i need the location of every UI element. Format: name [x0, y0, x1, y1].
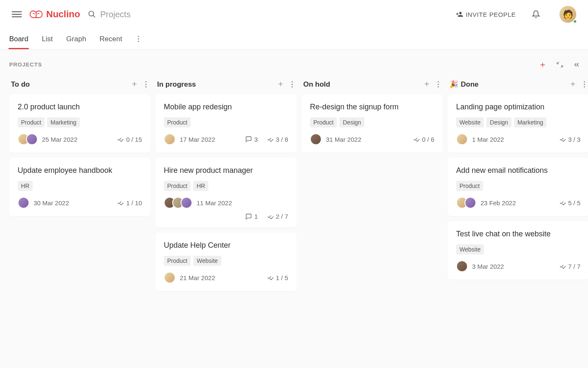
- column-menu-button[interactable]: [143, 81, 149, 87]
- card-date: 31 Mar 2022: [326, 136, 361, 143]
- card[interactable]: Test live chat on the websiteWebsite3 Ma…: [448, 221, 588, 280]
- card-tags: ProductWebsite: [164, 256, 288, 266]
- svg-point-0: [89, 11, 94, 16]
- card-meta: 0 / 15: [117, 136, 142, 143]
- topbar: Nuclino Projects INVITE PEOPLE 🧑: [0, 0, 588, 29]
- tag: HR: [18, 181, 33, 191]
- card-meta: 1 / 5: [267, 274, 288, 281]
- card-meta: 33 / 8: [245, 136, 288, 143]
- card-date: 23 Feb 2022: [480, 199, 516, 207]
- assignees: [456, 260, 468, 272]
- column-menu-button[interactable]: [581, 81, 587, 87]
- card-title: Update Help Center: [164, 241, 288, 250]
- card-date: 30 Mar 2022: [34, 199, 69, 207]
- column-to-do: To do+2.0 product launchProductMarketing…: [9, 79, 150, 296]
- add-card-button[interactable]: +: [132, 79, 137, 89]
- card[interactable]: Update Help CenterProductWebsite21 Mar 2…: [155, 233, 297, 291]
- invite-people-button[interactable]: INVITE PEOPLE: [456, 11, 516, 18]
- column-title: 🎉Done: [449, 80, 570, 89]
- add-card-button[interactable]: +: [570, 79, 575, 89]
- presence-dot: [573, 19, 577, 24]
- logo[interactable]: Nuclino: [29, 9, 80, 20]
- tab-board[interactable]: Board: [8, 30, 29, 48]
- assignee-avatar: [456, 133, 468, 145]
- card-footer: 30 Mar 20221 / 10: [18, 197, 142, 209]
- column-header: To do+: [9, 79, 150, 94]
- tag: Product: [456, 181, 483, 191]
- checklist-count: 7 / 7: [559, 263, 580, 270]
- card-meta: 7 / 7: [559, 263, 580, 270]
- assignees: [18, 197, 29, 209]
- card-date: 17 Mar 2022: [180, 136, 215, 143]
- card-date: 21 Mar 2022: [180, 274, 215, 281]
- card-footer: 17 Mar 202233 / 8: [164, 133, 288, 145]
- card-footer: 21 Mar 20221 / 5: [164, 272, 288, 283]
- card-footer: 31 Mar 20220 / 6: [310, 133, 434, 145]
- card[interactable]: Landing page optimizationWebsiteDesignMa…: [448, 94, 588, 153]
- card-footer: 25 Mar 20220 / 15: [18, 133, 142, 145]
- assignees: [310, 133, 322, 145]
- column-header: 🎉Done+: [448, 79, 588, 94]
- collapse-icon[interactable]: [556, 61, 564, 69]
- card-title: Test live chat on the website: [456, 230, 580, 238]
- chevron-double-left-icon[interactable]: [573, 61, 580, 69]
- assignee-avatar: [181, 197, 192, 209]
- card-tags: Website: [456, 244, 580, 254]
- card[interactable]: Add new email notificationsProduct23 Feb…: [448, 158, 588, 216]
- column-title: To do: [11, 80, 132, 89]
- assignees: [164, 197, 192, 209]
- search-button[interactable]: Projects: [88, 10, 448, 19]
- assignee-avatar: [465, 197, 476, 209]
- card-footer: 23 Feb 20225 / 5: [456, 197, 580, 209]
- tag: Product: [310, 117, 337, 127]
- card[interactable]: Re-design the signup formProductDesign31…: [302, 94, 443, 153]
- card-meta: 0 / 6: [413, 136, 434, 143]
- add-card-button[interactable]: +: [424, 79, 429, 89]
- card-tags: ProductHR: [164, 181, 288, 191]
- card-meta: 1 / 10: [117, 199, 142, 207]
- menu-icon[interactable]: [12, 9, 22, 19]
- card-tags: ProductDesign: [310, 117, 434, 127]
- card[interactable]: Hire new product managerProductHR11 Mar …: [155, 158, 297, 228]
- more-views-button[interactable]: [135, 36, 142, 42]
- tab-list[interactable]: List: [41, 30, 53, 48]
- column-menu-button[interactable]: [435, 81, 441, 87]
- tag: Product: [164, 256, 191, 266]
- person-add-icon: [456, 11, 463, 18]
- card-date: 11 Mar 2022: [197, 199, 232, 207]
- user-avatar[interactable]: 🧑: [559, 6, 576, 23]
- column-menu-button[interactable]: [289, 81, 295, 87]
- add-button[interactable]: ＋: [538, 59, 547, 70]
- assignee-avatar: [164, 133, 176, 145]
- search-placeholder: Projects: [100, 10, 131, 19]
- svg-line-1: [93, 16, 95, 18]
- assignee-avatar: [164, 272, 176, 283]
- assignee-avatar: [18, 197, 29, 209]
- column-emoji: 🎉: [449, 80, 458, 89]
- assignee-avatar: [310, 133, 322, 145]
- assignees: [18, 133, 38, 145]
- card-title: 2.0 product launch: [18, 103, 142, 111]
- logo-text: Nuclino: [46, 9, 80, 20]
- card[interactable]: Update employee handbookHR30 Mar 20221 /…: [9, 158, 150, 216]
- tab-recent[interactable]: Recent: [99, 30, 123, 48]
- card-tags: ProductMarketing: [18, 117, 142, 127]
- board-actions: ＋: [538, 59, 580, 70]
- section-header: PROJECTS ＋: [9, 59, 588, 70]
- card[interactable]: 2.0 product launchProductMarketing25 Mar…: [9, 94, 150, 153]
- board-main: PROJECTS ＋ To do+2.0 product launchProdu…: [0, 50, 588, 368]
- card[interactable]: Mobile app redesignProduct17 Mar 202233 …: [155, 94, 297, 153]
- tab-graph[interactable]: Graph: [66, 30, 87, 48]
- bell-icon[interactable]: [532, 10, 540, 19]
- add-card-button[interactable]: +: [278, 79, 283, 89]
- column-header: On hold+: [302, 79, 443, 94]
- card-tags: Product: [164, 117, 288, 127]
- search-icon: [88, 10, 96, 19]
- column-title: On hold: [303, 80, 424, 89]
- card-meta: 3 / 3: [559, 136, 580, 143]
- checklist-count: 5 / 5: [559, 199, 580, 207]
- card-tags: Product: [456, 181, 580, 191]
- card-title: Landing page optimization: [456, 103, 580, 111]
- assignees: [456, 133, 468, 145]
- card-title: Hire new product manager: [164, 166, 288, 175]
